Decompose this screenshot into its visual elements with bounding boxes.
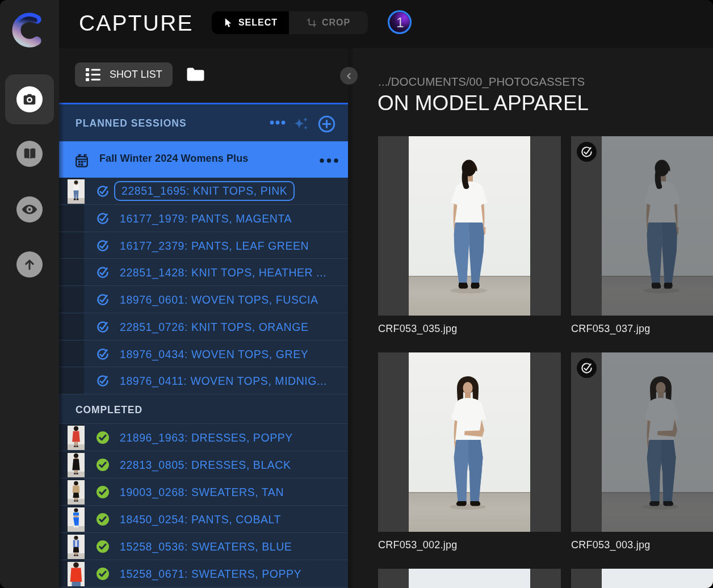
svg-text:1: 1 bbox=[396, 15, 404, 30]
